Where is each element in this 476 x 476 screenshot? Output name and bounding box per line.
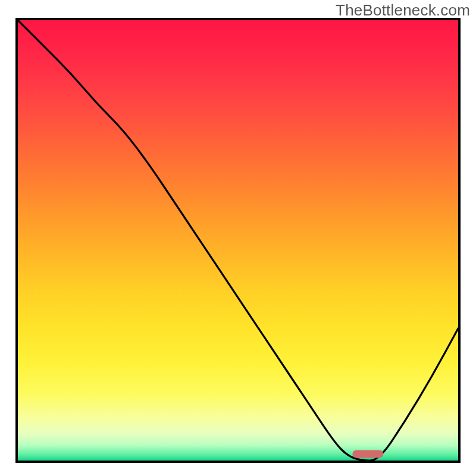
optimal-marker: [352, 450, 383, 458]
chart-container: TheBottleneck.com: [0, 0, 476, 476]
bottleneck-curve: [18, 20, 458, 461]
plot-area: [18, 20, 458, 461]
plot-frame: [15, 18, 461, 463]
watermark-text: TheBottleneck.com: [336, 1, 470, 20]
